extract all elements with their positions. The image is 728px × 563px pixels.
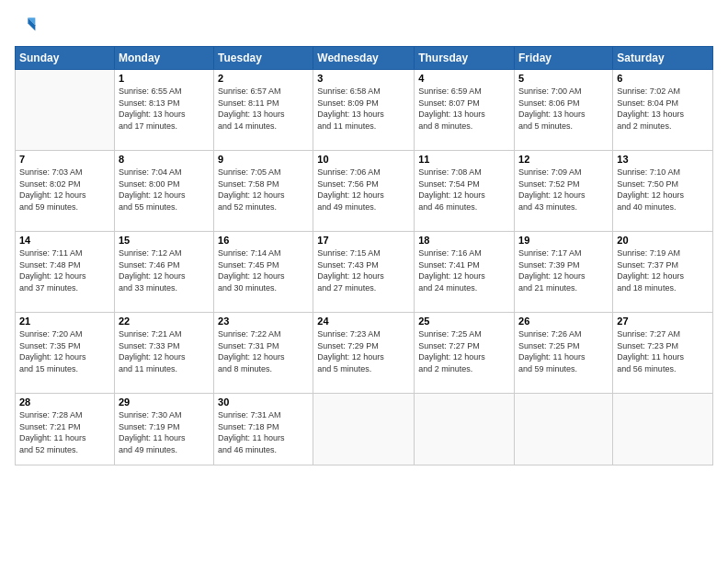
cell-content: Sunrise: 7:03 AMSunset: 8:02 PMDaylight:… <box>19 167 110 213</box>
cell-content: Sunrise: 7:08 AMSunset: 7:54 PMDaylight:… <box>418 167 510 213</box>
weekday-header-saturday: Saturday <box>613 47 713 70</box>
weekday-header-thursday: Thursday <box>415 47 515 70</box>
logo <box>15 15 40 37</box>
calendar-week-row: 21Sunrise: 7:20 AMSunset: 7:35 PMDayligh… <box>16 313 713 394</box>
calendar-cell: 23Sunrise: 7:22 AMSunset: 7:31 PMDayligh… <box>214 313 313 394</box>
day-number: 15 <box>119 235 210 246</box>
cell-content: Sunrise: 7:09 AMSunset: 7:52 PMDaylight:… <box>518 167 609 213</box>
cell-content: Sunrise: 6:57 AMSunset: 8:11 PMDaylight:… <box>218 86 309 132</box>
calendar-cell: 7Sunrise: 7:03 AMSunset: 8:02 PMDaylight… <box>16 151 115 232</box>
day-number: 18 <box>418 235 510 246</box>
cell-content: Sunrise: 7:15 AMSunset: 7:43 PMDaylight:… <box>317 247 410 293</box>
day-number: 1 <box>119 73 210 84</box>
cell-content: Sunrise: 7:26 AMSunset: 7:25 PMDaylight:… <box>518 328 609 374</box>
calendar-cell: 13Sunrise: 7:10 AMSunset: 7:50 PMDayligh… <box>613 151 713 232</box>
calendar-cell: 20Sunrise: 7:19 AMSunset: 7:37 PMDayligh… <box>613 232 713 313</box>
day-number: 30 <box>218 396 309 408</box>
calendar-cell: 19Sunrise: 7:17 AMSunset: 7:39 PMDayligh… <box>515 232 613 313</box>
cell-content: Sunrise: 7:22 AMSunset: 7:31 PMDaylight:… <box>218 328 309 374</box>
day-number: 17 <box>317 235 410 246</box>
calendar-week-row: 14Sunrise: 7:11 AMSunset: 7:48 PMDayligh… <box>16 232 713 313</box>
calendar-cell: 12Sunrise: 7:09 AMSunset: 7:52 PMDayligh… <box>515 151 613 232</box>
calendar-cell: 29Sunrise: 7:30 AMSunset: 7:19 PMDayligh… <box>114 394 213 465</box>
calendar-cell <box>613 394 713 465</box>
weekday-header-tuesday: Tuesday <box>214 47 313 70</box>
cell-content: Sunrise: 7:11 AMSunset: 7:48 PMDaylight:… <box>19 247 110 293</box>
calendar-cell: 6Sunrise: 7:02 AMSunset: 8:04 PMDaylight… <box>613 70 713 151</box>
cell-content: Sunrise: 7:16 AMSunset: 7:41 PMDaylight:… <box>418 247 510 293</box>
cell-content: Sunrise: 7:17 AMSunset: 7:39 PMDaylight:… <box>518 247 609 293</box>
calendar-cell: 24Sunrise: 7:23 AMSunset: 7:29 PMDayligh… <box>313 313 415 394</box>
weekday-header-sunday: Sunday <box>16 47 115 70</box>
day-number: 28 <box>19 396 110 408</box>
calendar-cell: 22Sunrise: 7:21 AMSunset: 7:33 PMDayligh… <box>114 313 213 394</box>
day-number: 24 <box>317 316 410 327</box>
day-number: 7 <box>19 154 110 165</box>
cell-content: Sunrise: 7:06 AMSunset: 7:56 PMDaylight:… <box>317 167 410 213</box>
calendar-cell: 30Sunrise: 7:31 AMSunset: 7:18 PMDayligh… <box>214 394 313 465</box>
logo-icon <box>15 15 37 37</box>
calendar-week-row: 28Sunrise: 7:28 AMSunset: 7:21 PMDayligh… <box>16 394 713 465</box>
cell-content: Sunrise: 7:14 AMSunset: 7:45 PMDaylight:… <box>218 247 309 293</box>
day-number: 27 <box>617 316 709 327</box>
day-number: 20 <box>617 235 709 246</box>
cell-content: Sunrise: 7:19 AMSunset: 7:37 PMDaylight:… <box>617 247 709 293</box>
calendar-cell: 14Sunrise: 7:11 AMSunset: 7:48 PMDayligh… <box>16 232 115 313</box>
cell-content: Sunrise: 7:00 AMSunset: 8:06 PMDaylight:… <box>518 86 609 132</box>
day-number: 14 <box>19 235 110 246</box>
cell-content: Sunrise: 7:21 AMSunset: 7:33 PMDaylight:… <box>119 328 210 374</box>
day-number: 2 <box>218 73 309 84</box>
cell-content: Sunrise: 6:55 AMSunset: 8:13 PMDaylight:… <box>119 86 210 132</box>
day-number: 29 <box>119 396 210 408</box>
calendar-cell: 11Sunrise: 7:08 AMSunset: 7:54 PMDayligh… <box>415 151 515 232</box>
day-number: 22 <box>119 316 210 327</box>
cell-content: Sunrise: 7:28 AMSunset: 7:21 PMDaylight:… <box>19 409 110 455</box>
calendar-cell <box>515 394 613 465</box>
calendar-cell <box>415 394 515 465</box>
day-number: 19 <box>518 235 609 246</box>
day-number: 9 <box>218 154 309 165</box>
calendar-cell: 3Sunrise: 6:58 AMSunset: 8:09 PMDaylight… <box>313 70 415 151</box>
cell-content: Sunrise: 7:12 AMSunset: 7:46 PMDaylight:… <box>119 247 210 293</box>
calendar-cell: 25Sunrise: 7:25 AMSunset: 7:27 PMDayligh… <box>415 313 515 394</box>
calendar-cell <box>313 394 415 465</box>
day-number: 13 <box>617 154 709 165</box>
cell-content: Sunrise: 6:59 AMSunset: 8:07 PMDaylight:… <box>418 86 510 132</box>
cell-content: Sunrise: 7:10 AMSunset: 7:50 PMDaylight:… <box>617 167 709 213</box>
calendar-cell: 17Sunrise: 7:15 AMSunset: 7:43 PMDayligh… <box>313 232 415 313</box>
calendar-cell: 9Sunrise: 7:05 AMSunset: 7:58 PMDaylight… <box>214 151 313 232</box>
calendar-cell: 27Sunrise: 7:27 AMSunset: 7:23 PMDayligh… <box>613 313 713 394</box>
day-number: 12 <box>518 154 609 165</box>
page-header <box>15 15 713 37</box>
cell-content: Sunrise: 7:02 AMSunset: 8:04 PMDaylight:… <box>617 86 709 132</box>
day-number: 26 <box>518 316 609 327</box>
calendar-cell: 8Sunrise: 7:04 AMSunset: 8:00 PMDaylight… <box>114 151 213 232</box>
day-number: 3 <box>317 73 410 84</box>
cell-content: Sunrise: 7:30 AMSunset: 7:19 PMDaylight:… <box>119 409 210 455</box>
cell-content: Sunrise: 7:25 AMSunset: 7:27 PMDaylight:… <box>418 328 510 374</box>
calendar-cell: 1Sunrise: 6:55 AMSunset: 8:13 PMDaylight… <box>114 70 213 151</box>
calendar-cell: 10Sunrise: 7:06 AMSunset: 7:56 PMDayligh… <box>313 151 415 232</box>
cell-content: Sunrise: 7:05 AMSunset: 7:58 PMDaylight:… <box>218 167 309 213</box>
calendar-cell <box>16 70 115 151</box>
calendar-cell: 28Sunrise: 7:28 AMSunset: 7:21 PMDayligh… <box>16 394 115 465</box>
day-number: 16 <box>218 235 309 246</box>
cell-content: Sunrise: 7:31 AMSunset: 7:18 PMDaylight:… <box>218 409 309 455</box>
day-number: 5 <box>518 73 609 84</box>
day-number: 21 <box>19 316 110 327</box>
cell-content: Sunrise: 6:58 AMSunset: 8:09 PMDaylight:… <box>317 86 410 132</box>
weekday-header-monday: Monday <box>114 47 213 70</box>
weekday-header-friday: Friday <box>515 47 613 70</box>
calendar-week-row: 7Sunrise: 7:03 AMSunset: 8:02 PMDaylight… <box>16 151 713 232</box>
cell-content: Sunrise: 7:20 AMSunset: 7:35 PMDaylight:… <box>19 328 110 374</box>
calendar-week-row: 1Sunrise: 6:55 AMSunset: 8:13 PMDaylight… <box>16 70 713 151</box>
day-number: 25 <box>418 316 510 327</box>
weekday-header-row: SundayMondayTuesdayWednesdayThursdayFrid… <box>16 47 713 70</box>
calendar-cell: 4Sunrise: 6:59 AMSunset: 8:07 PMDaylight… <box>415 70 515 151</box>
cell-content: Sunrise: 7:04 AMSunset: 8:00 PMDaylight:… <box>119 167 210 213</box>
day-number: 11 <box>418 154 510 165</box>
day-number: 23 <box>218 316 309 327</box>
day-number: 8 <box>119 154 210 165</box>
calendar-cell: 26Sunrise: 7:26 AMSunset: 7:25 PMDayligh… <box>515 313 613 394</box>
day-number: 10 <box>317 154 410 165</box>
